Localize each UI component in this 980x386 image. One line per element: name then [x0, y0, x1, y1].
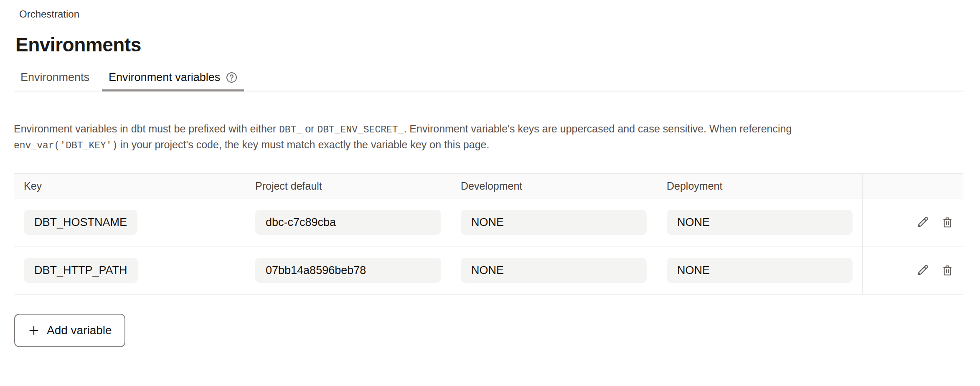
project-default-cell: dbc-c7c89cba: [255, 198, 461, 246]
help-icon[interactable]: [226, 72, 237, 83]
row-actions: [862, 198, 963, 246]
deployment-value: NONE: [667, 258, 853, 283]
trash-icon: [941, 215, 954, 229]
table-row: DBT_HOSTNAME dbc-c7c89cba NONE NONE: [14, 198, 963, 246]
table-header-row: Key Project default Development Deployme…: [14, 174, 963, 198]
description-text: in your project's code, the key must mat…: [117, 139, 489, 150]
delete-variable-button[interactable]: [941, 215, 954, 229]
code-env-var: env_var('DBT_KEY'): [14, 140, 117, 151]
development-cell: NONE: [461, 246, 667, 294]
key-value: DBT_HTTP_PATH: [24, 258, 138, 283]
add-variable-label: Add variable: [47, 324, 112, 337]
tab-environments-label: Environments: [20, 71, 89, 84]
code-dbt-prefix: DBT_: [279, 124, 302, 135]
description: Environment variables in dbt must be pre…: [14, 122, 887, 153]
key-cell: DBT_HTTP_PATH: [14, 246, 255, 294]
tab-bar: Environments Environment variables: [14, 71, 963, 91]
column-header-key: Key: [14, 174, 255, 198]
page-title: Environments: [15, 33, 963, 56]
trash-icon: [941, 263, 954, 277]
deployment-cell: NONE: [667, 198, 862, 246]
breadcrumb: Orchestration: [19, 8, 963, 20]
description-text: or: [302, 123, 317, 135]
project-default-value: dbc-c7c89cba: [255, 210, 441, 235]
project-default-cell: 07bb14a8596beb78: [255, 246, 461, 294]
tab-environment-variables[interactable]: Environment variables: [102, 71, 244, 91]
project-default-value: 07bb14a8596beb78: [255, 258, 441, 283]
pencil-icon: [916, 263, 930, 277]
development-value: NONE: [461, 210, 647, 235]
row-actions: [862, 246, 963, 294]
column-header-actions: [862, 174, 963, 198]
key-cell: DBT_HOSTNAME: [14, 198, 255, 246]
deployment-value: NONE: [667, 210, 853, 235]
tab-environments[interactable]: Environments: [14, 71, 96, 91]
table-row: DBT_HTTP_PATH 07bb14a8596beb78 NONE NONE: [14, 246, 963, 295]
description-text: . Environment variable's keys are upperc…: [404, 123, 792, 135]
development-value: NONE: [461, 258, 647, 283]
edit-variable-button[interactable]: [916, 215, 930, 229]
column-header-development: Development: [461, 174, 667, 198]
description-text: Environment variables in dbt must be pre…: [14, 123, 279, 135]
add-variable-button[interactable]: Add variable: [14, 314, 125, 347]
env-variables-table: Key Project default Development Deployme…: [14, 173, 963, 295]
code-dbt-env-secret-prefix: DBT_ENV_SECRET_: [317, 124, 404, 135]
edit-variable-button[interactable]: [916, 263, 930, 277]
plus-icon: [28, 324, 40, 337]
column-header-project-default: Project default: [255, 174, 461, 198]
key-value: DBT_HOSTNAME: [24, 210, 137, 235]
tab-environment-variables-label: Environment variables: [109, 71, 220, 84]
deployment-cell: NONE: [667, 246, 862, 294]
pencil-icon: [916, 215, 930, 229]
column-header-deployment: Deployment: [667, 174, 862, 198]
development-cell: NONE: [461, 198, 667, 246]
environment-variables-page: Orchestration Environments Environments …: [0, 0, 980, 347]
delete-variable-button[interactable]: [941, 263, 954, 277]
